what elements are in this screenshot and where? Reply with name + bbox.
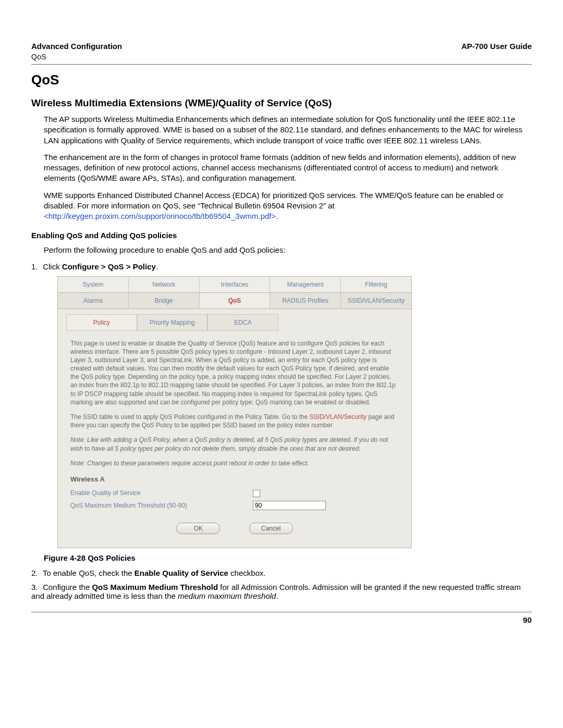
header-left: Advanced Configuration [31,42,122,51]
tab-radius-profiles[interactable]: RADIUS Profiles [270,293,341,309]
tab-alarms[interactable]: Alarms [58,293,129,309]
step-2-a: To enable QoS, check the [43,569,134,577]
subtab-priority-mapping[interactable]: Priority Mapping [137,314,208,331]
page-header: Advanced Configuration AP-700 User Guide [31,42,532,51]
step-1-number: 1. [31,262,41,271]
step-1-path: Configure > QoS > Policy [62,262,156,271]
step-2-number: 2. [31,569,41,577]
qos-threshold-label: QoS Maximum Medium Threshold (50-90) [70,501,253,510]
step-2-bold: Enable Quality of Service [134,569,228,577]
header-right: AP-700 User Guide [461,42,532,51]
paragraph-3a: WME supports Enhanced Distributed Channe… [44,191,504,210]
step-1-b: . [156,262,158,271]
page-number: 90 [31,615,532,624]
tab-interfaces[interactable]: Interfaces [200,277,271,292]
step-1: 1. Click Configure > QoS > Policy. [31,262,532,271]
section-title: Wireless Multimedia Extensions (WME)/Qua… [31,97,532,109]
tab-qos[interactable]: QoS [200,293,271,309]
panel-note-2: Note: Changes to these parameters requir… [70,459,399,467]
qos-threshold-row: QoS Maximum Medium Threshold (50-90) [70,501,399,510]
tech-bulletin-link[interactable]: <http://keygen.proxim.com/support/orinoc… [44,212,276,220]
step-3-number: 3. [31,583,41,591]
qos-threshold-input[interactable] [253,501,326,510]
header-sub: QoS [31,53,532,61]
step-3-bold: QoS Maximum Medium Threshold [92,583,218,591]
enable-qos-label: Enable Quality of Service [70,489,253,497]
step-3: 3. Configure the QoS Maximum Medium Thre… [31,583,532,600]
step-2-b: checkbox. [228,569,266,577]
tab-filtering[interactable]: Filtering [341,277,411,292]
step-3-c: . [276,591,278,600]
page: Advanced Configuration AP-700 User Guide… [0,0,563,640]
panel-content: This page is used to enable or disable t… [58,331,411,548]
qos-config-panel: System Network Interfaces Management Fil… [57,276,412,548]
tab-bridge[interactable]: Bridge [129,293,200,309]
tab-ssid-vlan-security[interactable]: SSID/VLAN/Security [341,293,411,309]
subsection-title: Enabling QoS and Adding QoS policies [31,231,532,240]
paragraph-2: The enhancement are in the form of chang… [44,152,532,184]
tab-network[interactable]: Network [129,277,200,292]
step-2: 2. To enable QoS, check the Enable Quali… [31,569,532,577]
panel-desc-2: The SSID table is used to apply QoS Poli… [70,413,399,429]
panel-desc-2a: The SSID table is used to apply QoS Poli… [70,413,310,421]
button-row: OK Cancel [70,523,399,534]
panel-desc-1: This page is used to enable or disable t… [70,339,399,407]
wireless-a-heading: Wireless A [70,475,399,484]
ok-button[interactable]: OK [176,523,220,534]
enable-qos-checkbox[interactable] [253,490,260,497]
sub-tab-row: Policy Priority Mapping EDCA [66,314,278,331]
step-3-a: Configure the [43,583,92,591]
paragraph-3: WME supports Enhanced Distributed Channe… [44,190,532,222]
paragraph-1: The AP supports Wireless Multimedia Enha… [44,114,532,146]
tab-system[interactable]: System [58,277,129,292]
footer-rule [31,612,532,612]
subtab-edca[interactable]: EDCA [207,314,278,331]
enable-qos-row: Enable Quality of Service [70,489,399,497]
subtab-policy[interactable]: Policy [66,314,137,331]
step-3-italic: medium maximum threshold [178,591,276,600]
paragraph-3b: . [276,212,278,220]
tab-management[interactable]: Management [270,277,341,292]
top-tab-row-2: Alarms Bridge QoS RADIUS Profiles SSID/V… [58,293,411,309]
page-title: QoS [31,72,532,88]
top-tab-row-1: System Network Interfaces Management Fil… [58,277,411,293]
cancel-button[interactable]: Cancel [249,523,293,534]
step-1-a: Click [43,262,62,271]
figure-caption: Figure 4-28 QoS Policies [44,553,532,562]
ssid-vlan-security-link[interactable]: SSID/VLAN/Security [310,413,366,421]
subsection-intro: Perform the following procedure to enabl… [44,245,532,255]
panel-note-1: Note: Like with adding a QoS Policy, whe… [70,436,399,452]
header-rule [31,64,532,65]
